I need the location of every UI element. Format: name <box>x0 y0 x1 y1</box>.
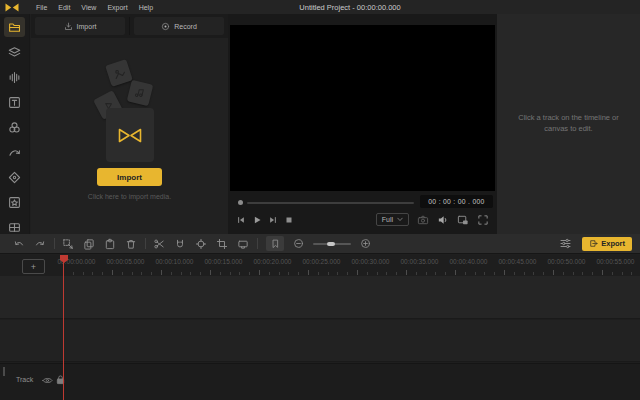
transport-controls <box>236 215 294 225</box>
delete-button[interactable] <box>124 237 137 250</box>
paste-button[interactable] <box>103 237 116 250</box>
star-box-icon <box>8 196 21 209</box>
copy-icon <box>83 238 95 250</box>
fullscreen-icon[interactable] <box>477 214 489 226</box>
menu-view[interactable]: View <box>81 4 96 11</box>
previous-frame-icon <box>236 215 246 225</box>
split-button[interactable] <box>152 237 165 250</box>
adjustment-button[interactable] <box>559 237 572 250</box>
track-drag-handle[interactable] <box>3 367 5 376</box>
ruler-tick <box>132 272 133 275</box>
stop-icon <box>284 215 294 225</box>
preview-right-controls: Full <box>376 213 489 226</box>
visibility-eye-icon[interactable] <box>42 376 53 385</box>
seek-handle[interactable] <box>238 200 243 205</box>
toolbar-separator <box>54 238 55 249</box>
preview-canvas[interactable] <box>230 25 495 191</box>
ruler-tick <box>151 272 152 275</box>
zoom-out-icon <box>293 238 304 249</box>
ruler-tick <box>377 272 378 275</box>
ruler-tick <box>504 270 505 275</box>
ruler-tick <box>455 270 456 275</box>
properties-panel: Click a track on the timeline or canvas … <box>497 14 640 234</box>
picture-in-picture-icon[interactable] <box>457 214 469 226</box>
timeline-zoom-out-button[interactable] <box>292 237 305 250</box>
timeline-toolbar: Export <box>0 234 640 254</box>
photo-icon <box>111 65 127 81</box>
zoom-mode-value: Full <box>382 216 393 223</box>
volume-speaker-icon[interactable] <box>437 214 449 226</box>
sidebar-item-stickers[interactable] <box>4 192 25 212</box>
play-icon <box>252 215 262 225</box>
sidebar-item-elements[interactable] <box>4 42 25 62</box>
marker-button[interactable] <box>266 236 284 251</box>
previous-frame-button[interactable] <box>236 215 246 225</box>
export-button[interactable]: Export <box>582 237 632 251</box>
ruler-tick <box>181 272 182 275</box>
ruler-label: 00:00:10.000 <box>156 258 194 265</box>
ruler-tick <box>612 272 613 275</box>
import-media-button[interactable]: Import <box>97 168 162 186</box>
app-logo-icon <box>5 3 19 12</box>
timeline-track-row-2[interactable] <box>0 320 640 362</box>
copy-button[interactable] <box>82 237 95 250</box>
time-display: 00 : 00 : 00 . 000 <box>420 195 493 208</box>
magnet-icon <box>174 238 186 250</box>
sidebar-item-media[interactable] <box>4 17 25 37</box>
redo-button[interactable] <box>33 237 46 250</box>
ruler-tick <box>161 270 162 275</box>
ruler-tick <box>602 270 603 275</box>
chevron-down-icon <box>397 217 403 222</box>
timeline-main-track-row[interactable]: Track <box>0 363 640 400</box>
menu-edit[interactable]: Edit <box>58 4 70 11</box>
add-track-button[interactable]: + <box>22 259 45 274</box>
zoom-mode-dropdown[interactable]: Full <box>376 213 409 226</box>
ruler-tick <box>200 272 201 275</box>
ruler-tick <box>328 272 329 275</box>
timeline-ruler[interactable]: 00:00:00.00000:00:05.00000:00:10.00000:0… <box>0 255 640 276</box>
timeline-zoom-slider[interactable] <box>313 237 351 250</box>
ruler-tick <box>582 272 583 275</box>
ruler-tick <box>259 270 260 275</box>
ruler-tick <box>426 272 427 275</box>
sidebar-item-transitions[interactable] <box>4 142 25 162</box>
freeze-frame-button[interactable] <box>236 237 249 250</box>
ruler-label: 00:00:05.000 <box>107 258 145 265</box>
magnet-button[interactable] <box>173 237 186 250</box>
sidebar-item-text[interactable] <box>4 92 25 112</box>
crop-button[interactable] <box>215 237 228 250</box>
undo-icon <box>13 238 25 250</box>
undo-button[interactable] <box>12 237 25 250</box>
menu-export[interactable]: Export <box>107 4 127 11</box>
acemovi-bowtie-logo-icon <box>118 128 142 143</box>
snapshot-camera-icon[interactable] <box>417 214 429 226</box>
next-frame-button[interactable] <box>268 215 278 225</box>
ruler-tick <box>543 272 544 275</box>
motion-target-button[interactable] <box>194 237 207 250</box>
media-folder-icon <box>8 21 21 34</box>
ruler-tick <box>220 272 221 275</box>
timeline-track-row-1[interactable] <box>0 276 640 319</box>
crop-icon <box>216 238 228 250</box>
playhead-line[interactable] <box>63 255 64 400</box>
delete-trash-icon <box>125 238 137 250</box>
menu-file[interactable]: File <box>36 4 47 11</box>
sidebar-item-effects[interactable] <box>4 167 25 187</box>
tab-record[interactable]: Record <box>134 17 224 35</box>
select-button[interactable] <box>61 237 74 250</box>
play-button[interactable] <box>252 215 262 225</box>
tab-import[interactable]: Import <box>35 17 125 35</box>
stop-button[interactable] <box>284 215 294 225</box>
ruler-tick <box>102 272 103 275</box>
ruler-tick <box>92 272 93 275</box>
sidebar-item-filters[interactable] <box>4 117 25 137</box>
import-hint-text: Click here to import media. <box>31 193 228 200</box>
zoom-slider-handle[interactable] <box>327 242 335 246</box>
ruler-tick <box>533 272 534 275</box>
ruler-tick <box>465 272 466 275</box>
sidebar-item-audio[interactable] <box>4 67 25 87</box>
seek-track[interactable] <box>247 202 414 204</box>
menu-help[interactable]: Help <box>139 4 153 11</box>
import-tray-icon <box>64 22 73 31</box>
timeline-zoom-in-button[interactable] <box>359 237 372 250</box>
